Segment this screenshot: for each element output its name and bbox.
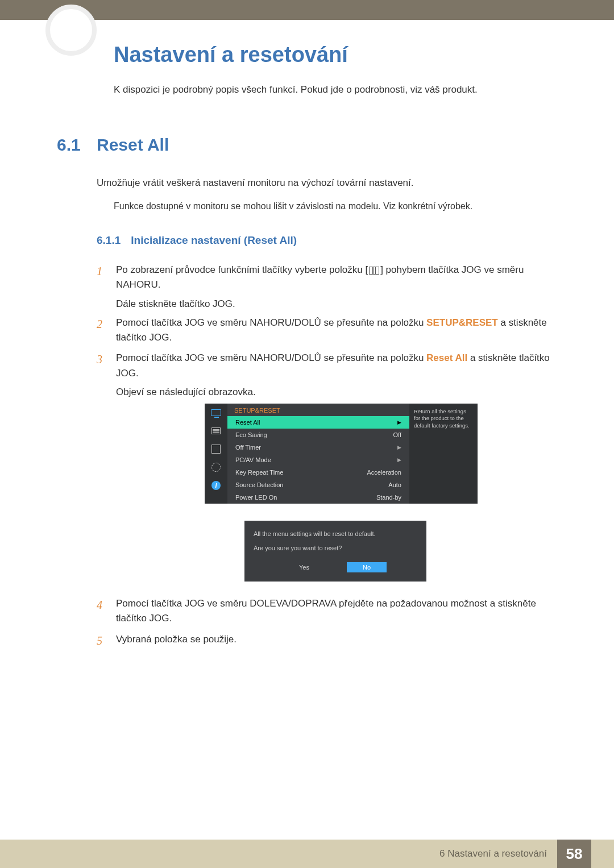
footer-label: 6 Nastavení a resetování: [429, 840, 557, 868]
dialog-line: All the menu settings will be reset to d…: [254, 530, 417, 538]
chevron-right-icon: ▶: [397, 445, 401, 450]
chevron-right-icon: ▶: [397, 457, 401, 463]
chapter-intro: K dispozici je podrobný popis všech funk…: [114, 84, 557, 95]
osd-row-value: Off: [393, 431, 401, 438]
gear-icon: [209, 462, 223, 473]
step-text: Po zobrazení průvodce funkčními tlačítky…: [116, 264, 368, 275]
step-number: 4: [97, 596, 106, 626]
step-5: 5 Vybraná položka se použije.: [97, 632, 557, 650]
subsection-title: Inicializace nastavení (Reset All): [131, 234, 297, 247]
no-button[interactable]: No: [347, 562, 387, 572]
section-title: Reset All: [97, 135, 169, 155]
osd-row[interactable]: Source DetectionAuto: [227, 479, 409, 491]
osd-row-label: Off Timer: [235, 444, 261, 451]
osd-dialog: All the menu settings will be reset to d…: [244, 521, 426, 582]
osd-row[interactable]: Key Repeat TimeAcceleration: [227, 466, 409, 479]
osd-tooltip: Return all the settings for the product …: [409, 404, 478, 504]
section-note: Funkce dostupné v monitoru se mohou liši…: [114, 201, 557, 211]
step-number: 3: [97, 351, 106, 381]
osd-row-value: Stand-by: [376, 494, 401, 501]
osd-rows: Reset All▶Eco SavingOffOff Timer▶PC/AV M…: [227, 416, 409, 504]
footer-pad: [591, 840, 614, 868]
step-4: 4 Pomocí tlačítka JOG ve směru DOLEVA/DO…: [97, 596, 557, 626]
chevron-right-icon: ▶: [397, 420, 401, 425]
menu-icon: [369, 267, 379, 275]
chapter-title: Nastavení a resetování: [114, 43, 557, 67]
expand-icon: [209, 443, 223, 455]
osd-main: SETUP&RESET Reset All▶Eco SavingOffOff T…: [227, 404, 409, 504]
osd-row[interactable]: Eco SavingOff: [227, 429, 409, 441]
list-icon: [209, 425, 223, 437]
section-desc: Umožňuje vrátit veškerá nastavení monito…: [97, 177, 557, 189]
subsection-number: 6.1.1: [97, 234, 121, 247]
step-body: Po zobrazení průvodce funkčními tlačítky…: [116, 263, 557, 293]
osd-row-label: Key Repeat Time: [235, 469, 283, 476]
step-2: 2 Pomocí tlačítka JOG ve směru NAHORU/DO…: [97, 315, 557, 346]
osd-row-label: PC/AV Mode: [235, 456, 271, 463]
osd-row-label: Reset All: [235, 419, 260, 426]
step-number: 5: [97, 632, 106, 650]
osd-row[interactable]: Off Timer▶: [227, 441, 409, 454]
section-number: 6.1: [57, 135, 97, 155]
osd-row-label: Power LED On: [235, 494, 277, 501]
section-header: 6.1 Reset All: [57, 135, 557, 155]
osd-row[interactable]: PC/AV Mode▶: [227, 454, 409, 466]
monitor-icon: [209, 407, 223, 418]
step-keyword: Reset All: [426, 352, 467, 363]
osd-row-label: Source Detection: [235, 481, 283, 488]
step-number: 1: [97, 263, 106, 293]
dialog-line: Are you sure you want to reset?: [254, 544, 417, 553]
step-number: 2: [97, 315, 106, 346]
step-1: 1 Po zobrazení průvodce funkčními tlačít…: [97, 263, 557, 293]
info-icon: i: [209, 480, 223, 491]
osd-sidebar: i: [205, 404, 227, 504]
osd-row-label: Eco Saving: [235, 431, 267, 438]
osd-row[interactable]: Power LED OnStand-by: [227, 491, 409, 504]
step-body: Pomocí tlačítka JOG ve směru DOLEVA/DOPR…: [116, 596, 557, 626]
page-content: Nastavení a resetování K dispozici je po…: [0, 20, 614, 650]
osd-row[interactable]: Reset All▶: [227, 416, 409, 429]
subsection-header: 6.1.1 Inicializace nastavení (Reset All): [97, 234, 557, 247]
step-sub: Objeví se následující obrazovka.: [116, 387, 557, 398]
step-body: Vybraná položka se použije.: [116, 632, 557, 650]
step-text: Pomocí tlačítka JOG ve směru NAHORU/DOLŮ…: [116, 317, 426, 328]
step-3: 3 Pomocí tlačítka JOG ve směru NAHORU/DO…: [97, 351, 557, 381]
step-text: Pomocí tlačítka JOG ve směru NAHORU/DOLŮ…: [116, 352, 426, 363]
osd-header: SETUP&RESET: [227, 404, 409, 416]
dialog-buttons: Yes No: [254, 559, 417, 572]
osd-menu: i SETUP&RESET Reset All▶Eco SavingOffOff…: [205, 404, 478, 504]
yes-button[interactable]: Yes: [284, 562, 324, 572]
step-body: Pomocí tlačítka JOG ve směru NAHORU/DOLŮ…: [116, 315, 557, 346]
osd-row-value: Auto: [388, 481, 401, 488]
step-body: Pomocí tlačítka JOG ve směru NAHORU/DOLŮ…: [116, 351, 557, 381]
page-footer: 6 Nastavení a resetování 58: [0, 840, 614, 868]
osd-screenshot: i SETUP&RESET Reset All▶Eco SavingOffOff…: [205, 404, 557, 504]
step-sub: Dále stiskněte tlačítko JOG.: [116, 298, 557, 310]
footer-page-number: 58: [557, 840, 591, 868]
step-keyword: SETUP&RESET: [426, 317, 498, 328]
osd-row-value: Acceleration: [367, 469, 401, 476]
